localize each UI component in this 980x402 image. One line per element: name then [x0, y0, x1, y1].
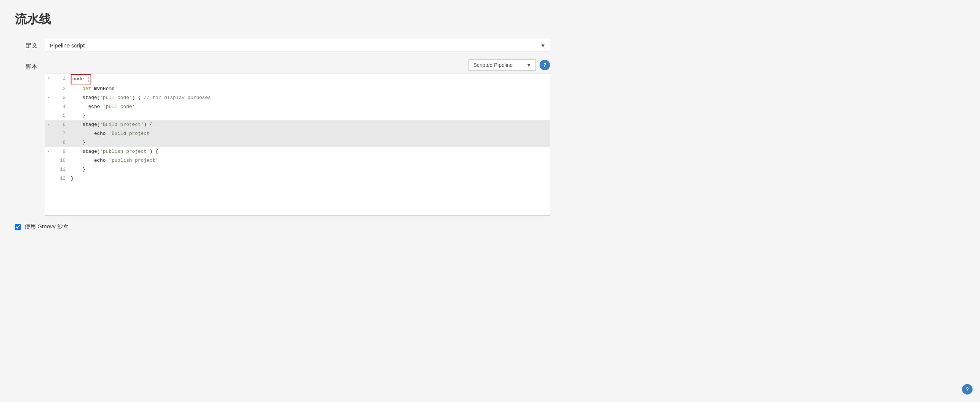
code-line-9: ▾9 stage('publish project') {: [45, 147, 550, 156]
code-line-2: 2 def mvnHome: [45, 84, 550, 93]
code-line-1: ▾1node {: [45, 74, 550, 84]
script-label: 脚本: [15, 59, 37, 71]
page-title: 流水线: [15, 11, 965, 28]
groovy-row: 使用 Groovy 沙盒: [15, 223, 965, 230]
code-content-12: }: [68, 174, 77, 183]
line-number-4: 4: [53, 102, 65, 111]
script-help-icon[interactable]: ?: [539, 60, 550, 70]
code-content-1: node {: [68, 74, 94, 84]
code-content-10: echo 'publish project': [68, 156, 161, 165]
definition-select-wrapper: Pipeline scriptPipeline script from SCM …: [45, 39, 550, 52]
code-content-4: echo 'pull code': [68, 102, 138, 111]
code-content-2: def mvnHome: [68, 84, 118, 93]
bottom-help-icon[interactable]: ?: [962, 384, 972, 394]
line-number-7: 7: [53, 129, 65, 138]
groovy-label[interactable]: 使用 Groovy 沙盒: [25, 223, 68, 230]
definition-row: 定义 Pipeline scriptPipeline script from S…: [15, 39, 965, 52]
script-row: 脚本 Scripted PipelineDeclarative Pipeline…: [15, 59, 965, 215]
code-content-11: }: [68, 165, 88, 174]
code-content-3: stage('pull code') { // for display purp…: [68, 93, 214, 102]
line-number-12: 12: [53, 174, 65, 183]
fold-arrow-1[interactable]: ▾: [48, 74, 51, 83]
code-line-8: 8 }: [45, 138, 550, 147]
line-number-2: 2: [53, 84, 65, 93]
groovy-checkbox[interactable]: [15, 224, 21, 230]
line-number-9: 9: [53, 147, 65, 156]
fold-arrow-6[interactable]: ▾: [48, 120, 51, 129]
line-number-5: 5: [53, 111, 65, 120]
line-number-1: 1: [53, 74, 65, 83]
script-editor-wrapper: Scripted PipelineDeclarative Pipeline ▼ …: [45, 59, 550, 215]
code-content-8: }: [68, 138, 88, 147]
code-line-7: 7 echo 'Build project': [45, 129, 550, 138]
definition-select[interactable]: Pipeline scriptPipeline script from SCM: [45, 39, 550, 52]
code-line-10: 10 echo 'publish project': [45, 156, 550, 165]
line-number-3: 3: [53, 93, 65, 102]
code-line-4: 4 echo 'pull code': [45, 102, 550, 111]
line-number-11: 11: [53, 165, 65, 174]
code-line-5: 5 }: [45, 111, 550, 120]
bottom-help-circle-icon[interactable]: ?: [962, 384, 972, 394]
script-toolbar: Scripted PipelineDeclarative Pipeline ▼ …: [45, 59, 550, 71]
code-line-6: ▾6 stage('Build project') {: [45, 120, 550, 129]
code-content-6: stage('Build project') {: [68, 120, 155, 129]
definition-label: 定义: [15, 39, 37, 50]
scripted-pipeline-select[interactable]: Scripted PipelineDeclarative Pipeline: [468, 59, 536, 71]
scripted-pipeline-select-wrapper: Scripted PipelineDeclarative Pipeline ▼: [468, 59, 536, 71]
code-line-3: ▾3 stage('pull code') { // for display p…: [45, 93, 550, 102]
code-line-12: 12}: [45, 174, 550, 183]
line-number-6: 6: [53, 120, 65, 129]
code-content-7: echo 'Build project': [68, 129, 155, 138]
fold-arrow-3[interactable]: ▾: [48, 93, 51, 102]
code-content-9: stage('publish project') {: [68, 147, 161, 156]
code-line-11: 11 }: [45, 165, 550, 174]
code-content-5: }: [68, 111, 88, 120]
line-number-10: 10: [53, 156, 65, 165]
fold-arrow-9[interactable]: ▾: [48, 147, 51, 156]
code-editor[interactable]: ▾1node {2 def mvnHome▾3 stage('pull code…: [45, 74, 550, 215]
line-number-8: 8: [53, 138, 65, 147]
